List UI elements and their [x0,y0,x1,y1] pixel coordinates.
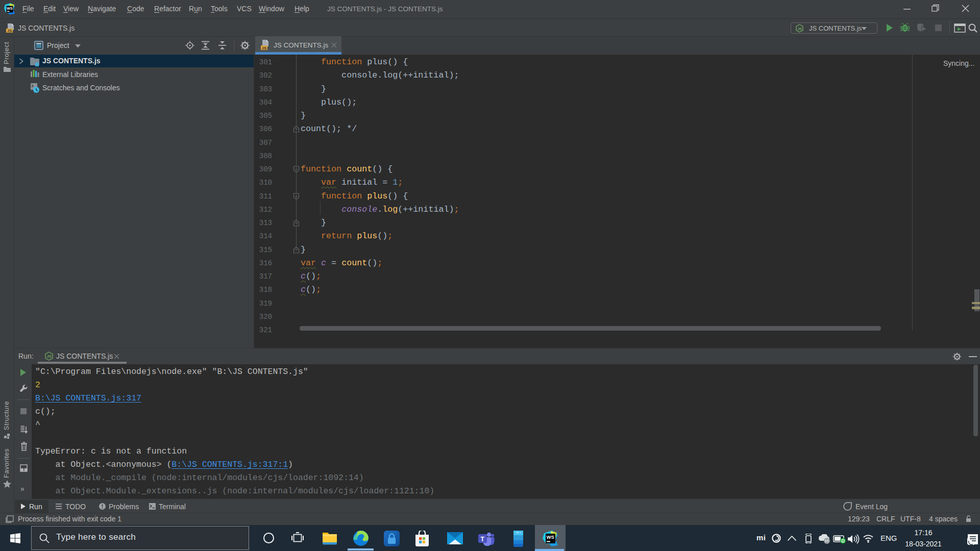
svg-text:JS: JS [7,29,12,33]
svg-text:WS: WS [7,7,13,10]
svg-text:WS: WS [547,534,554,540]
svg-text:JS: JS [262,46,267,51]
svg-text:T: T [481,536,485,543]
svg-text:JS: JS [797,27,802,31]
svg-text:JS: JS [47,354,52,359]
